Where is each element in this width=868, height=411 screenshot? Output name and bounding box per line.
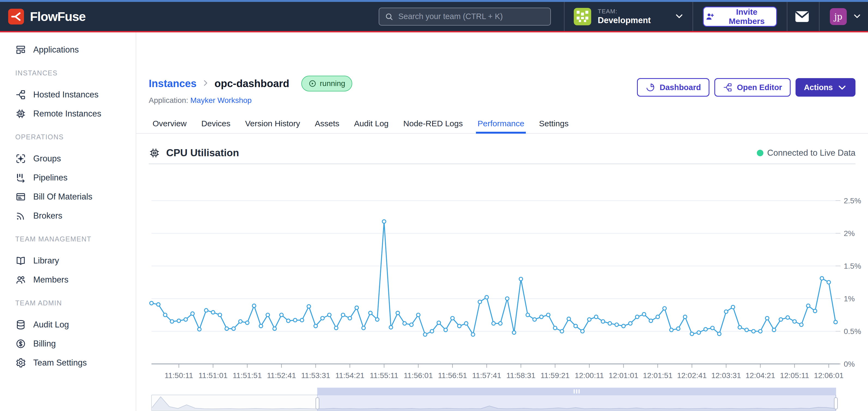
page-title: opc-dashboard bbox=[214, 78, 289, 90]
team-chevron-down-icon[interactable] bbox=[675, 11, 684, 22]
application-link[interactable]: Mayker Workshop bbox=[190, 96, 252, 105]
brush-handle-right[interactable] bbox=[834, 398, 837, 409]
svg-text:11:51:01: 11:51:01 bbox=[198, 371, 228, 380]
navbar-divider bbox=[692, 2, 693, 31]
sidebar-item-label: Bill Of Materials bbox=[33, 192, 92, 202]
sidebar-section-team-management: TEAM MANAGEMENT bbox=[15, 235, 136, 243]
tab-assets[interactable]: Assets bbox=[315, 114, 339, 133]
navbar-divider bbox=[819, 2, 819, 31]
tab-version-history[interactable]: Version History bbox=[245, 114, 300, 133]
svg-text:11:54:21: 11:54:21 bbox=[335, 371, 365, 380]
applications-icon bbox=[15, 44, 26, 55]
pipelines-icon bbox=[15, 172, 26, 183]
sidebar-item-library[interactable]: Library bbox=[0, 251, 136, 270]
chevron-right-icon bbox=[202, 79, 210, 88]
sidebar-item-label: Remote Instances bbox=[33, 109, 101, 119]
actions-button[interactable]: Actions bbox=[796, 78, 856, 97]
svg-text:12:01:01: 12:01:01 bbox=[609, 371, 638, 380]
dashboard-button[interactable]: Dashboard bbox=[637, 78, 709, 97]
sidebar-item-remote-instances[interactable]: Remote Instances bbox=[0, 104, 136, 123]
breadcrumb: Instances opc-dashboard running bbox=[149, 75, 352, 92]
cpu-utilisation-chart: 0%0.5%1%1.5%2%2.5%11:50:1111:51:0111:51:… bbox=[136, 165, 868, 382]
open-editor-icon bbox=[723, 82, 733, 92]
sidebar-item-billing[interactable]: Billing bbox=[0, 334, 136, 353]
play-circle-icon bbox=[308, 79, 317, 88]
tab-overview[interactable]: Overview bbox=[153, 114, 187, 133]
live-data-status: Connected to Live Data bbox=[757, 148, 856, 158]
sidebar-item-bill-of-materials[interactable]: Bill Of Materials bbox=[0, 187, 136, 206]
logo-text: FlowFuse bbox=[30, 9, 86, 24]
sidebar-item-audit-log[interactable]: Audit Log bbox=[0, 315, 136, 334]
audit-log-icon bbox=[15, 319, 26, 330]
sidebar-item-brokers[interactable]: Brokers bbox=[0, 206, 136, 226]
svg-text:12:02:41: 12:02:41 bbox=[677, 371, 707, 380]
svg-text:12:05:11: 12:05:11 bbox=[780, 371, 809, 380]
svg-text:11:59:21: 11:59:21 bbox=[540, 371, 570, 380]
svg-text:12:00:11: 12:00:11 bbox=[575, 371, 604, 380]
live-dot-icon bbox=[757, 150, 764, 156]
bill-of-materials-icon bbox=[15, 191, 26, 202]
search-input[interactable] bbox=[398, 12, 545, 21]
svg-text:12:06:01: 12:06:01 bbox=[814, 371, 843, 380]
chevron-down-icon bbox=[837, 82, 847, 92]
sidebar-item-label: Hosted Instances bbox=[33, 90, 99, 100]
search-icon bbox=[385, 12, 394, 21]
tab-node-red-logs[interactable]: Node-RED Logs bbox=[403, 114, 463, 133]
sidebar-item-pipelines[interactable]: Pipelines bbox=[0, 168, 136, 187]
sidebar-item-label: Applications bbox=[33, 45, 79, 55]
panel-title: CPU Utilisation bbox=[166, 147, 239, 159]
flowfuse-logo[interactable]: FlowFuse bbox=[8, 9, 86, 25]
team-search[interactable] bbox=[379, 8, 551, 26]
sidebar-item-label: Billing bbox=[33, 339, 56, 349]
sidebar-item-team-settings[interactable]: Team Settings bbox=[0, 353, 136, 372]
sidebar-item-members[interactable]: Members bbox=[0, 270, 136, 289]
sidebar-item-groups[interactable]: Groups bbox=[0, 149, 136, 168]
sidebar-item-label: Audit Log bbox=[33, 320, 69, 330]
svg-text:11:57:41: 11:57:41 bbox=[472, 371, 501, 380]
mail-icon[interactable] bbox=[795, 10, 810, 23]
team-avatar bbox=[574, 8, 591, 25]
remote-instances-icon bbox=[15, 108, 26, 119]
svg-text:11:52:41: 11:52:41 bbox=[267, 371, 296, 380]
svg-text:11:50:11: 11:50:11 bbox=[164, 371, 193, 380]
svg-text:0.5%: 0.5% bbox=[844, 327, 861, 336]
sidebar-item-label: Library bbox=[33, 256, 59, 266]
tab-devices[interactable]: Devices bbox=[202, 114, 230, 133]
brokers-icon bbox=[15, 210, 26, 221]
breadcrumb-instances-link[interactable]: Instances bbox=[149, 78, 196, 90]
hosted-instances-icon bbox=[15, 89, 26, 100]
tab-bar: OverviewDevicesVersion HistoryAssetsAudi… bbox=[136, 114, 868, 134]
invite-members-button[interactable]: Invite Members bbox=[703, 6, 777, 27]
sidebar-item-applications[interactable]: Applications bbox=[0, 40, 136, 59]
sidebar-section-operations: OPERATIONS bbox=[15, 133, 136, 141]
sidebar-item-label: Groups bbox=[33, 154, 61, 164]
svg-text:12:03:31: 12:03:31 bbox=[711, 371, 741, 380]
svg-text:11:56:01: 11:56:01 bbox=[404, 371, 433, 380]
sidebar-nav: ApplicationsINSTANCESHosted InstancesRem… bbox=[0, 32, 136, 411]
tab-performance[interactable]: Performance bbox=[477, 114, 524, 133]
status-badge: running bbox=[301, 76, 352, 92]
svg-text:11:51:51: 11:51:51 bbox=[232, 371, 262, 380]
navbar-divider bbox=[564, 2, 564, 31]
main-content: Instances opc-dashboard running Applicat… bbox=[136, 32, 868, 411]
button-label: Dashboard bbox=[659, 83, 701, 92]
sidebar-item-label: Members bbox=[33, 275, 68, 285]
svg-text:0%: 0% bbox=[844, 360, 855, 368]
user-avatar[interactable]: jp bbox=[830, 8, 847, 25]
sidebar-item-hosted-instances[interactable]: Hosted Instances bbox=[0, 85, 136, 104]
window-top-strip bbox=[0, 0, 868, 2]
top-navbar: FlowFuse TEAM: Development Invite Member… bbox=[0, 2, 868, 32]
team-selector[interactable]: TEAM: Development bbox=[574, 8, 651, 25]
open-editor-button[interactable]: Open Editor bbox=[714, 78, 790, 97]
panel-header: CPU Utilisation Connected to Live Data bbox=[149, 142, 856, 164]
brush-handle-left[interactable] bbox=[316, 398, 319, 409]
tab-settings[interactable]: Settings bbox=[539, 114, 568, 133]
user-menu-chevron-down-icon[interactable] bbox=[853, 12, 862, 22]
tab-audit-log[interactable]: Audit Log bbox=[354, 114, 389, 133]
team-label: TEAM: bbox=[598, 8, 651, 15]
svg-text:1.5%: 1.5% bbox=[844, 262, 861, 270]
navbar-divider bbox=[787, 2, 787, 31]
chart-range-brush[interactable] bbox=[136, 386, 868, 411]
dashboard-pie-icon bbox=[645, 82, 655, 92]
sidebar-section-instances: INSTANCES bbox=[15, 69, 136, 77]
